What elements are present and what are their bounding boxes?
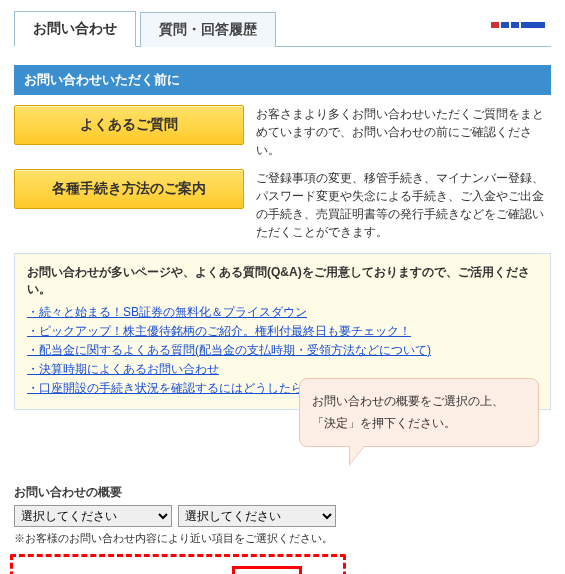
summary-label: お問い合わせの概要	[14, 484, 551, 501]
select-row: 選択してください 選択してください	[14, 505, 336, 527]
tab-history[interactable]: 質問・回答履歴	[140, 12, 276, 47]
procedures-button[interactable]: 各種手続き方法のご案内	[14, 169, 244, 209]
svg-rect-2	[511, 22, 519, 28]
tab-bar: お問い合わせ 質問・回答履歴	[14, 10, 551, 47]
callout-line2: 「決定」を押下ください。	[312, 413, 526, 435]
highlight-solid-box	[232, 566, 302, 574]
procedures-description: ご登録事項の変更、移管手続き、マイナンバー登録、パスワード変更や失念による手続き…	[256, 169, 551, 241]
link-item[interactable]: ・続々と始まる！SB証券の無料化＆プライスダウン	[27, 305, 307, 319]
faq-button[interactable]: よくあるご質問	[14, 105, 244, 145]
note-title: お問い合わせが多いページや、よくある質問(Q&A)をご用意しておりますので、ご活…	[27, 264, 538, 298]
link-item[interactable]: ・決算時期によくあるお問い合わせ	[27, 362, 219, 376]
brand-logo	[491, 18, 551, 39]
svg-rect-0	[491, 22, 499, 28]
section-header: お問い合わせいただく前に	[14, 65, 551, 95]
svg-rect-3	[521, 22, 545, 28]
highlight-dashed-box	[10, 554, 346, 574]
link-item[interactable]: ・ピックアップ！株主優待銘柄のご紹介。権利付最終日も要チェック！	[27, 324, 411, 338]
faq-description: お客さまより多くお問い合わせいただくご質問をまとめていますので、お問い合わせの前…	[256, 105, 551, 159]
category-select-2[interactable]: 選択してください	[178, 505, 336, 527]
category-select-1[interactable]: 選択してください	[14, 505, 172, 527]
summary-note: ※お客様のお問い合わせ内容により近い項目をご選択ください。	[14, 531, 551, 546]
svg-rect-1	[501, 22, 509, 28]
instruction-callout: お問い合わせの概要をご選択の上、 「決定」を押下ください。	[299, 378, 539, 447]
callout-line1: お問い合わせの概要をご選択の上、	[312, 391, 526, 413]
tab-inquiry[interactable]: お問い合わせ	[14, 11, 136, 47]
link-item[interactable]: ・配当金に関するよくある質問(配当金の支払時期・受領方法などについて)	[27, 343, 431, 357]
